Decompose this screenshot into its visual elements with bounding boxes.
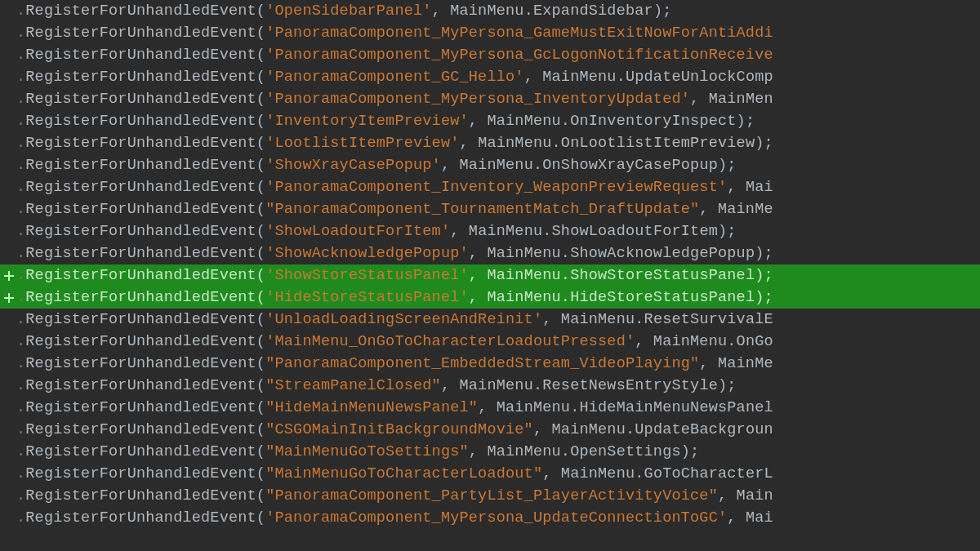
handler-object: MainMenu (460, 157, 533, 174)
code-editor[interactable]: .RegisterForUnhandledEvent('OpenSidebarP… (0, 0, 980, 551)
function-name: RegisterForUnhandledEvent (25, 91, 256, 108)
code-text: .RegisterForUnhandledEvent('ShowXrayCase… (16, 154, 737, 176)
code-text: .RegisterForUnhandledEvent("CSGOMainInit… (16, 419, 773, 441)
handler-object: MainMe (718, 201, 773, 218)
code-text: .RegisterForUnhandledEvent('ShowStoreSta… (16, 264, 773, 287)
event-name: 'ShowAcknowledgePopup' (265, 245, 469, 262)
leading-dot: . (16, 421, 25, 438)
event-name: 'InventoryItemPreview' (265, 113, 469, 130)
event-name: 'PanoramaComponent_MyPersona_UpdateConne… (265, 509, 727, 527)
diff-added-icon (4, 293, 14, 303)
code-text: .RegisterForUnhandledEvent('ShowLoadoutF… (16, 220, 737, 242)
event-name: "MainMenuGoToCharacterLoadout" (265, 465, 542, 482)
handler-object: MainMe (718, 355, 773, 372)
handler-object: MainMenu (561, 311, 635, 328)
code-text: .RegisterForUnhandledEvent('PanoramaComp… (16, 22, 773, 44)
code-line[interactable]: .RegisterForUnhandledEvent("PanoramaComp… (0, 353, 980, 375)
leading-dot: . (16, 443, 25, 460)
handler-object: MainMenu (487, 289, 560, 306)
handler-method: ResetNewsEntryStyle (542, 377, 718, 394)
function-name: RegisterForUnhandledEvent (25, 24, 256, 42)
event-name: "HideMainMenuNewsPanel" (265, 399, 478, 416)
code-line[interactable]: .RegisterForUnhandledEvent('MainMenu_OnG… (0, 331, 980, 353)
event-name: 'ShowXrayCasePopup' (265, 157, 441, 174)
function-name: RegisterForUnhandledEvent (25, 421, 256, 438)
handler-object: MainMenu (487, 245, 560, 262)
code-text: .RegisterForUnhandledEvent('PanoramaComp… (16, 88, 773, 110)
function-name: RegisterForUnhandledEvent (25, 399, 256, 416)
code-text: .RegisterForUnhandledEvent("PanoramaComp… (16, 353, 773, 375)
leading-dot: . (16, 91, 25, 108)
gutter (2, 271, 16, 281)
handler-object: MainMen (709, 91, 773, 108)
handler-object: MainMenu (561, 465, 635, 482)
code-line[interactable]: .RegisterForUnhandledEvent('PanoramaComp… (0, 176, 980, 198)
function-name: RegisterForUnhandledEvent (25, 135, 256, 152)
code-line[interactable]: .RegisterForUnhandledEvent("MainMenuGoTo… (0, 441, 980, 463)
diff-line-added[interactable]: .RegisterForUnhandledEvent('ShowStoreSta… (0, 264, 980, 287)
code-line[interactable]: .RegisterForUnhandledEvent('UnloadLoadin… (0, 309, 980, 331)
code-text: .RegisterForUnhandledEvent('PanoramaComp… (16, 507, 773, 529)
handler-object: MainMenu (653, 333, 727, 350)
code-line[interactable]: .RegisterForUnhandledEvent("HideMainMenu… (0, 397, 980, 419)
code-text: .RegisterForUnhandledEvent('LootlistItem… (16, 132, 773, 154)
event-name: 'ShowStoreStatusPanel' (265, 267, 469, 284)
leading-dot: . (16, 399, 25, 416)
code-line[interactable]: .RegisterForUnhandledEvent("PanoramaComp… (0, 198, 980, 220)
handler-object: MainMenu (487, 113, 560, 130)
handler-method: GoToCharacterL (644, 465, 773, 482)
code-line[interactable]: .RegisterForUnhandledEvent("StreamPanelC… (0, 375, 980, 397)
code-text: .RegisterForUnhandledEvent("StreamPanelC… (16, 375, 737, 397)
code-line[interactable]: .RegisterForUnhandledEvent('ShowLoadoutF… (0, 220, 980, 242)
leading-dot: . (16, 311, 25, 328)
event-name: 'HideStoreStatusPanel' (265, 289, 469, 306)
code-text: .RegisterForUnhandledEvent('ShowAcknowle… (16, 242, 773, 264)
leading-dot: . (16, 135, 25, 152)
handler-method: OnShowXrayCasePopup (542, 157, 718, 174)
function-name: RegisterForUnhandledEvent (25, 377, 256, 394)
code-line[interactable]: .RegisterForUnhandledEvent("PanoramaComp… (0, 485, 980, 507)
event-name: 'PanoramaComponent_MyPersona_GcLogonNoti… (265, 47, 773, 64)
code-line[interactable]: .RegisterForUnhandledEvent('PanoramaComp… (0, 66, 980, 88)
function-name: RegisterForUnhandledEvent (25, 157, 256, 174)
code-line[interactable]: .RegisterForUnhandledEvent('LootlistItem… (0, 132, 980, 154)
code-text: .RegisterForUnhandledEvent('PanoramaComp… (16, 44, 773, 66)
event-name: 'PanoramaComponent_Inventory_WeaponPrevi… (265, 179, 727, 196)
handler-method: ResetSurvivalE (644, 311, 773, 328)
function-name: RegisterForUnhandledEvent (25, 355, 256, 372)
function-name: RegisterForUnhandledEvent (25, 201, 256, 218)
code-line[interactable]: .RegisterForUnhandledEvent('ShowXrayCase… (0, 154, 980, 176)
leading-dot: . (16, 157, 25, 174)
handler-object: MainMenu (497, 399, 570, 416)
code-line[interactable]: .RegisterForUnhandledEvent("MainMenuGoTo… (0, 463, 980, 485)
code-text: .RegisterForUnhandledEvent('OpenSidebarP… (16, 0, 672, 22)
event-name: 'ShowLoadoutForItem' (265, 223, 450, 240)
function-name: RegisterForUnhandledEvent (25, 289, 256, 306)
code-line[interactable]: .RegisterForUnhandledEvent("CSGOMainInit… (0, 419, 980, 441)
function-name: RegisterForUnhandledEvent (25, 113, 256, 130)
event-name: "PanoramaComponent_PartyList_PlayerActiv… (265, 487, 718, 504)
event-name: "PanoramaComponent_TournamentMatch_Draft… (265, 201, 699, 218)
function-name: RegisterForUnhandledEvent (25, 47, 256, 64)
code-line[interactable]: .RegisterForUnhandledEvent('OpenSidebarP… (0, 0, 980, 22)
code-line[interactable]: .RegisterForUnhandledEvent('PanoramaComp… (0, 507, 980, 529)
code-line[interactable]: .RegisterForUnhandledEvent('PanoramaComp… (0, 22, 980, 44)
handler-method: OnGo (737, 333, 773, 350)
leading-dot: . (16, 289, 25, 306)
diff-line-added[interactable]: .RegisterForUnhandledEvent('HideStoreSta… (0, 287, 980, 309)
code-text: .RegisterForUnhandledEvent("PanoramaComp… (16, 485, 773, 507)
function-name: RegisterForUnhandledEvent (25, 487, 256, 504)
handler-method: ShowAcknowledgePopup (570, 245, 755, 262)
diff-added-icon (4, 271, 14, 281)
handler-method: UpdateUnlockComp (626, 69, 773, 86)
code-line[interactable]: .RegisterForUnhandledEvent('PanoramaComp… (0, 88, 980, 110)
handler-object: MainMenu (478, 135, 551, 152)
handler-method: ExpandSidebar (533, 2, 653, 20)
code-text: .RegisterForUnhandledEvent('HideStoreSta… (16, 287, 773, 309)
leading-dot: . (16, 223, 25, 240)
function-name: RegisterForUnhandledEvent (25, 333, 256, 350)
code-line[interactable]: .RegisterForUnhandledEvent('PanoramaComp… (0, 44, 980, 66)
code-line[interactable]: .RegisterForUnhandledEvent('InventoryIte… (0, 110, 980, 132)
code-line[interactable]: .RegisterForUnhandledEvent('ShowAcknowle… (0, 242, 980, 264)
function-name: RegisterForUnhandledEvent (25, 2, 256, 20)
